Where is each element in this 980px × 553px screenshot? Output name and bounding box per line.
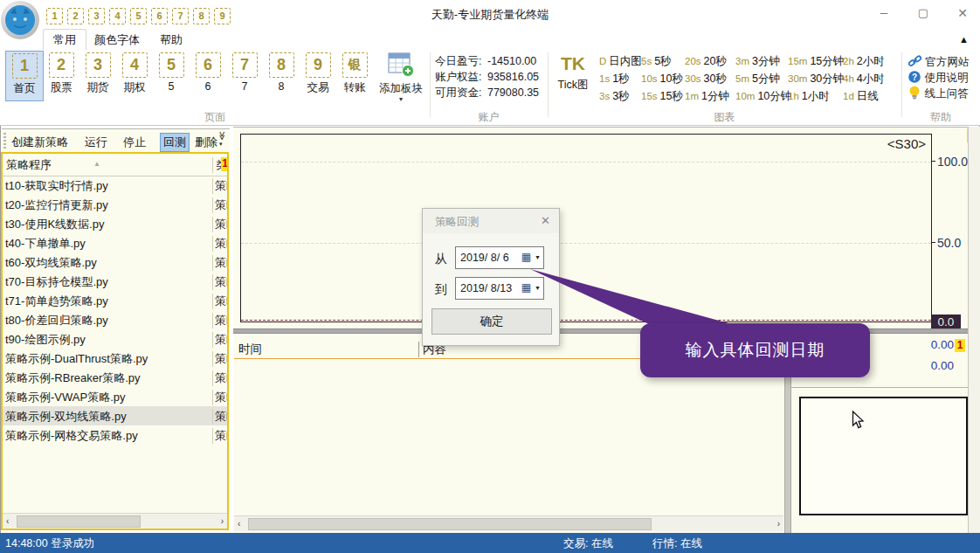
strategy-file-row[interactable]: t60-双均线策略.py策略 <box>3 252 227 272</box>
strategy-file-row[interactable]: 策略示例-RBreaker策略.py策略 <box>3 368 227 387</box>
scroll-left-icon[interactable]: ‹ <box>6 515 9 527</box>
interval-option[interactable]: 3m3分钟 <box>735 52 788 69</box>
pnl-label: 今日盈亏: <box>435 55 481 67</box>
tab-common[interactable]: 常用 <box>43 29 86 51</box>
strategy-file-row[interactable]: 策略示例-DualThrust策略.py策略 <box>3 349 227 368</box>
quick-access-8[interactable]: 8 <box>193 8 210 24</box>
interval-option[interactable]: 30s30秒 <box>685 70 735 86</box>
dialog-close-icon[interactable]: ✕ <box>541 214 550 227</box>
interval-option[interactable]: 1m1分钟 <box>685 87 735 104</box>
interval-option[interactable]: 15s15秒 <box>641 87 685 104</box>
dialog-title: 策略回测 <box>435 215 479 230</box>
svg-text:?: ? <box>912 73 917 82</box>
column-header-name[interactable]: 策略程序 <box>6 157 52 173</box>
bottom-right-panel <box>791 388 968 533</box>
page-button-trade[interactable]: 9 交易 <box>299 51 337 101</box>
log-column-time[interactable]: 时间 <box>238 342 262 357</box>
strategy-file-row[interactable]: t80-价差回归策略.py策略 <box>3 310 227 329</box>
interval-option[interactable]: 3s3秒 <box>599 87 641 104</box>
page-button-7[interactable]: 7 7 <box>225 51 264 101</box>
strategy-file-row[interactable]: 策略示例-网格交易策略.py策略 <box>3 425 227 445</box>
help-link-website[interactable]: 官方网站 <box>908 53 969 70</box>
strategy-file-row[interactable]: t30-使用K线数据.py策略 <box>3 214 227 233</box>
right-side-strip[interactable] <box>968 127 980 533</box>
tab-help[interactable]: 帮助 <box>160 32 183 48</box>
add-panel-button[interactable]: 添加板块 ▾ <box>376 51 426 105</box>
help-link-qa[interactable]: 线上问答 <box>908 85 968 101</box>
stop-button[interactable]: 停止 <box>123 135 146 150</box>
sub-value-1: 0.00 <box>931 338 954 351</box>
from-date-value: 2019/ 8/ 6 <box>460 252 509 264</box>
interval-option[interactable]: 15m15分钟 <box>788 52 843 69</box>
page-button-8[interactable]: 8 8 <box>262 51 300 101</box>
close-button[interactable]: ✕ <box>946 2 979 24</box>
quick-access-6[interactable]: 6 <box>151 8 168 24</box>
toolbar-overflow-chevron-icon[interactable]: ≫ <box>217 131 227 140</box>
delete-button[interactable]: 删除 <box>195 135 217 150</box>
help-link-manual[interactable]: ? 使用说明 <box>908 69 968 86</box>
interval-option[interactable]: 5m5分钟 <box>735 70 788 86</box>
quick-access-1[interactable]: 1 <box>46 8 63 24</box>
strategy-list-hscrollbar[interactable]: ‹ › <box>3 513 227 529</box>
tab-color-font[interactable]: 颜色字体 <box>94 32 140 48</box>
quick-access-7[interactable]: 7 <box>172 8 189 24</box>
quick-access-4[interactable]: 4 <box>109 8 126 24</box>
scroll-right-icon[interactable]: › <box>221 515 224 527</box>
interval-option[interactable]: 30m30分钟 <box>788 70 843 86</box>
create-strategy-button[interactable]: 创建新策略 <box>11 135 68 150</box>
options-number-icon: 4 <box>122 52 148 78</box>
strategy-file-row[interactable]: t90-绘图示例.py策略 <box>3 329 227 349</box>
strategy-file-row[interactable]: t70-目标持仓模型.py策略 <box>3 272 227 291</box>
strategy-file-row-selected[interactable]: 策略示例-双均线策略.py策略 <box>3 406 227 425</box>
page-button-stock[interactable]: 2 股票 <box>42 51 80 101</box>
page5-number-icon: 5 <box>159 52 184 78</box>
add-panel-dropdown-icon: ▾ <box>376 96 426 103</box>
scroll-left-icon[interactable]: ‹ <box>238 518 240 529</box>
page-button-bank-transfer[interactable]: 银 转账 <box>335 51 374 101</box>
scroll-right-icon[interactable]: › <box>777 518 780 529</box>
strategy-file-row[interactable]: t40-下单撤单.py策略 <box>3 233 227 252</box>
dialog-titlebar[interactable]: 策略回测 ✕ <box>423 209 559 233</box>
strategy-file-row[interactable]: 策略示例-VWAP策略.py策略 <box>3 387 227 406</box>
interval-option[interactable]: 1d日线 <box>843 87 899 104</box>
interval-option[interactable]: D日内图 <box>599 52 641 69</box>
interval-option[interactable]: 1h1小时 <box>788 87 843 104</box>
strategy-file-row[interactable]: t71-简单趋势策略.py策略 <box>3 291 227 310</box>
interval-option[interactable]: 20s20秒 <box>685 52 735 69</box>
interval-option[interactable]: 10s10秒 <box>641 70 685 86</box>
quick-access-2[interactable]: 2 <box>67 8 84 24</box>
scroll-thumb[interactable] <box>248 518 652 530</box>
run-button[interactable]: 运行 <box>85 135 107 150</box>
mini-chart-box[interactable] <box>799 397 968 515</box>
interval-option[interactable]: 5s5秒 <box>641 52 685 69</box>
app-logo[interactable] <box>1 1 39 39</box>
log-hscrollbar[interactable]: ‹ › <box>234 515 783 531</box>
toolbar-drag-handle[interactable] <box>3 133 6 149</box>
toolbar-overflow-arrow-icon[interactable]: ▾ <box>219 141 223 148</box>
strategy-file-row[interactable]: t20-监控行情更新.py策略 <box>3 195 227 214</box>
interval-option[interactable]: 2h2小时 <box>843 52 899 69</box>
minimize-button[interactable]: – <box>867 2 901 24</box>
page-button-futures[interactable]: 3 期货 <box>79 51 117 101</box>
group-label-chart: 图表 <box>548 110 901 122</box>
scroll-thumb[interactable] <box>17 515 141 528</box>
page-button-options[interactable]: 4 期权 <box>115 51 154 101</box>
page-button-5[interactable]: 5 5 <box>152 51 190 101</box>
add-panel-icon <box>388 52 414 78</box>
maximize-button[interactable]: ▢ <box>907 2 940 24</box>
interval-option[interactable]: 10m10分钟 <box>735 87 788 104</box>
quick-access-5[interactable]: 5 <box>130 8 147 24</box>
interval-option[interactable]: 1s1秒 <box>599 70 641 86</box>
tick-chart-button[interactable]: TK Tick图 <box>550 53 596 93</box>
quick-access-9[interactable]: 9 <box>214 8 231 24</box>
page-button-6[interactable]: 6 6 <box>189 51 227 101</box>
strategy-file-row[interactable]: t10-获取实时行情.py策略 <box>3 176 227 195</box>
backtest-button[interactable]: 回测 <box>160 133 190 152</box>
ribbon-collapse-icon[interactable]: ▲ <box>959 34 969 45</box>
sort-ascending-icon: ▲ <box>93 160 100 168</box>
page-button-home[interactable]: 1 首页 <box>5 51 44 101</box>
interval-option[interactable]: 4h4小时 <box>843 70 899 86</box>
bulb-icon <box>908 86 921 100</box>
quick-access-3[interactable]: 3 <box>88 8 105 24</box>
ribbon: 1 首页 2 股票 3 期货 4 期权 5 5 6 6 7 7 8 8 <box>0 50 980 126</box>
